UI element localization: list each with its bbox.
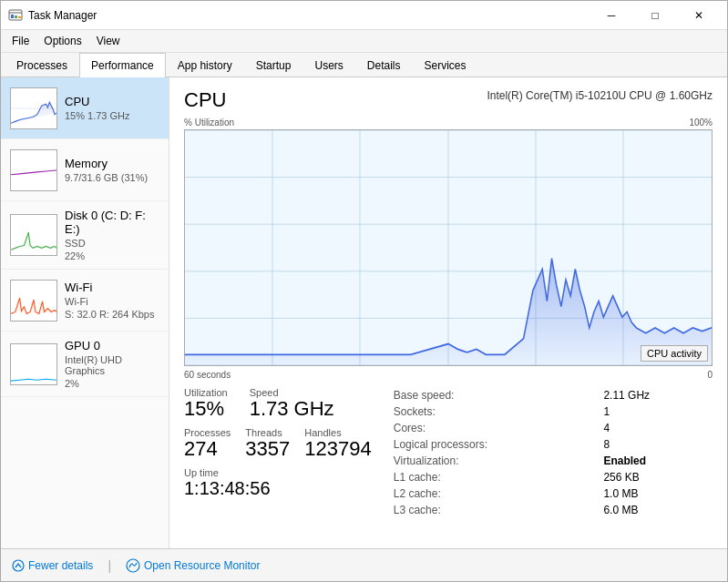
open-monitor-label: Open Resource Monitor: [144, 559, 260, 572]
menu-file[interactable]: File: [5, 32, 36, 50]
main-content: CPU 15% 1.73 GHz Memory 9.7/31.6 GB (31%…: [1, 77, 727, 548]
menu-options[interactable]: Options: [36, 32, 88, 50]
processes-group: Processes 274: [184, 427, 231, 460]
uptime-group: Up time 1:13:48:56: [184, 467, 372, 498]
logical-row: Logical processors: 8: [394, 436, 713, 453]
cpu-subtitle: 15% 1.73 GHz: [65, 110, 159, 121]
l2-value: 1.0 MB: [603, 485, 713, 502]
l3-value: 6.0 MB: [603, 502, 713, 518]
sidebar-item-wifi[interactable]: Wi-Fi Wi-Fi S: 32.0 R: 264 Kbps: [1, 270, 169, 332]
chart-x-right: 0: [707, 370, 713, 380]
svg-point-18: [13, 560, 24, 571]
sidebar: CPU 15% 1.73 GHz Memory 9.7/31.6 GB (31%…: [1, 77, 169, 548]
handles-value: 123794: [304, 438, 371, 460]
tab-processes[interactable]: Processes: [5, 53, 79, 77]
virt-row: Virtualization: Enabled: [394, 453, 713, 469]
maximize-button[interactable]: □: [634, 6, 676, 25]
gpu-title: GPU 0: [65, 339, 159, 352]
utilization-group: Utilization 15%: [184, 387, 228, 420]
disk-info: Disk 0 (C: D: F: E:) SSD 22%: [65, 209, 159, 261]
tab-details[interactable]: Details: [355, 53, 413, 77]
wifi-thumbnail: [10, 280, 57, 322]
task-manager-window: Task Manager ─ □ ✕ File Options View Pro…: [0, 0, 728, 582]
cores-row: Cores: 4: [394, 420, 713, 436]
sidebar-item-disk[interactable]: Disk 0 (C: D: F: E:) SSD 22%: [1, 201, 169, 270]
logical-label: Logical processors:: [394, 436, 604, 453]
cores-label: Cores:: [394, 420, 604, 436]
open-monitor-button[interactable]: Open Resource Monitor: [126, 558, 260, 573]
cpu-info: CPU 15% 1.73 GHz: [65, 95, 159, 121]
sockets-label: Sockets:: [394, 403, 604, 420]
bottom-bar: Fewer details | Open Resource Monitor: [1, 548, 727, 581]
menu-view[interactable]: View: [89, 32, 128, 50]
gpu-info: GPU 0 Intel(R) UHD Graphics 2%: [65, 339, 159, 389]
chart-labels-bottom: 60 seconds 0: [184, 370, 713, 380]
l1-row: L1 cache: 256 KB: [394, 469, 713, 485]
speed-value: 1.73 GHz: [250, 398, 334, 420]
wifi-info: Wi-Fi Wi-Fi S: 32.0 R: 264 Kbps: [65, 281, 159, 320]
window-title: Task Manager: [28, 9, 97, 22]
cpu-thumbnail: [10, 87, 57, 129]
close-button[interactable]: ✕: [678, 6, 720, 25]
stats-row-1: Utilization 15% Speed 1.73 GHz: [184, 387, 372, 420]
cpu-panel-header: CPU Intel(R) Core(TM) i5-10210U CPU @ 1.…: [184, 88, 713, 112]
memory-title: Memory: [65, 157, 159, 170]
right-stats: Base speed: 2.11 GHz Sockets: 1 Cores: 4: [372, 387, 713, 518]
wifi-title: Wi-Fi: [65, 281, 159, 294]
cpu-title: CPU: [65, 95, 159, 108]
chevron-up-icon: [12, 559, 25, 572]
stats-row-2: Processes 274 Threads 3357 Handles 12379…: [184, 427, 372, 460]
gpu-sub2: 2%: [65, 378, 159, 389]
cpu-model-label: Intel(R) Core(TM) i5-10210U CPU @ 1.60GH…: [487, 88, 713, 104]
disk-title: Disk 0 (C: D: F: E:): [65, 209, 159, 236]
fewer-details-button[interactable]: Fewer details: [12, 559, 93, 572]
stats-left: Utilization 15% Speed 1.73 GHz Processes…: [184, 387, 372, 518]
wifi-sub1: Wi-Fi: [65, 296, 159, 307]
memory-info: Memory 9.7/31.6 GB (31%): [65, 157, 159, 183]
l3-row: L3 cache: 6.0 MB: [394, 502, 713, 518]
stats-lower: Utilization 15% Speed 1.73 GHz Processes…: [184, 387, 713, 518]
tab-app-history[interactable]: App history: [166, 53, 244, 77]
l1-value: 256 KB: [603, 469, 713, 485]
app-icon: [8, 8, 23, 23]
handles-group: Handles 123794: [304, 427, 371, 460]
chart-x-label: 60 seconds: [184, 370, 231, 380]
title-bar-left: Task Manager: [8, 8, 97, 23]
tab-users[interactable]: Users: [302, 53, 354, 77]
utilization-value: 15%: [184, 398, 228, 420]
sidebar-item-gpu[interactable]: GPU 0 Intel(R) UHD Graphics 2%: [1, 332, 169, 397]
minimize-button[interactable]: ─: [590, 6, 632, 25]
memory-thumbnail: [10, 149, 57, 191]
tab-startup[interactable]: Startup: [244, 53, 303, 77]
l3-label: L3 cache:: [394, 502, 604, 518]
uptime-value: 1:13:48:56: [184, 478, 372, 498]
l2-row: L2 cache: 1.0 MB: [394, 485, 713, 502]
speed-group: Speed 1.73 GHz: [250, 387, 334, 420]
svg-rect-3: [15, 15, 17, 18]
wifi-sub2: S: 32.0 R: 264 Kbps: [65, 309, 159, 320]
logical-value: 8: [603, 436, 713, 453]
chart-tooltip: CPU activity: [641, 345, 708, 362]
sidebar-item-memory[interactable]: Memory 9.7/31.6 GB (31%): [1, 139, 169, 201]
memory-subtitle: 9.7/31.6 GB (31%): [65, 172, 159, 183]
title-bar: Task Manager ─ □ ✕: [1, 1, 727, 30]
menu-bar: File Options View: [1, 30, 727, 53]
disk-sub1: SSD: [65, 238, 159, 249]
uptime-label: Up time: [184, 467, 372, 478]
processes-value: 274: [184, 438, 231, 460]
tabs-bar: Processes Performance App history Startu…: [1, 53, 727, 77]
tab-performance[interactable]: Performance: [79, 53, 166, 77]
tab-services[interactable]: Services: [413, 53, 478, 77]
monitor-icon: [126, 558, 140, 573]
cpu-chart-area: CPU activity: [184, 129, 713, 366]
cpu-detail-panel: CPU Intel(R) Core(TM) i5-10210U CPU @ 1.…: [169, 77, 727, 548]
svg-rect-2: [11, 15, 14, 18]
threads-value: 3357: [245, 438, 290, 460]
bottom-separator: |: [108, 558, 111, 573]
virt-label: Virtualization:: [394, 453, 604, 469]
sockets-value: 1: [603, 403, 713, 420]
l1-label: L1 cache:: [394, 469, 604, 485]
sidebar-item-cpu[interactable]: CPU 15% 1.73 GHz: [1, 77, 169, 139]
disk-sub2: 22%: [65, 250, 159, 261]
base-speed-row: Base speed: 2.11 GHz: [394, 387, 713, 403]
